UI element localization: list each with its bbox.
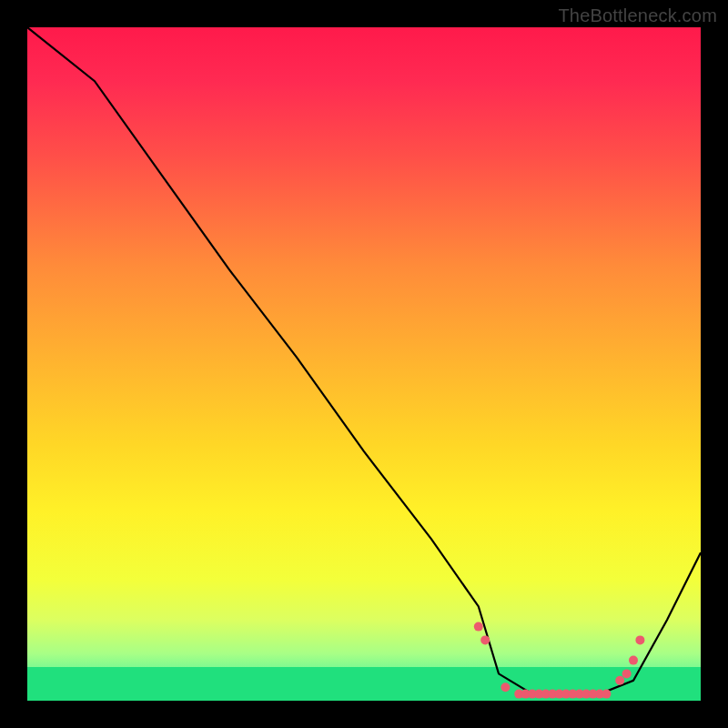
plot-area <box>27 27 701 701</box>
curve-marker <box>629 656 638 665</box>
curve-marker <box>615 676 624 685</box>
curve-marker <box>480 635 490 644</box>
chart-frame: TheBottleneck.com <box>0 0 728 728</box>
curve-markers <box>27 27 701 701</box>
curve-marker <box>602 690 611 699</box>
curve-marker <box>622 669 632 678</box>
curve-marker <box>474 622 483 632</box>
curve-marker <box>500 682 510 692</box>
watermark-text: TheBottleneck.com <box>558 5 717 26</box>
curve-marker <box>635 635 644 644</box>
